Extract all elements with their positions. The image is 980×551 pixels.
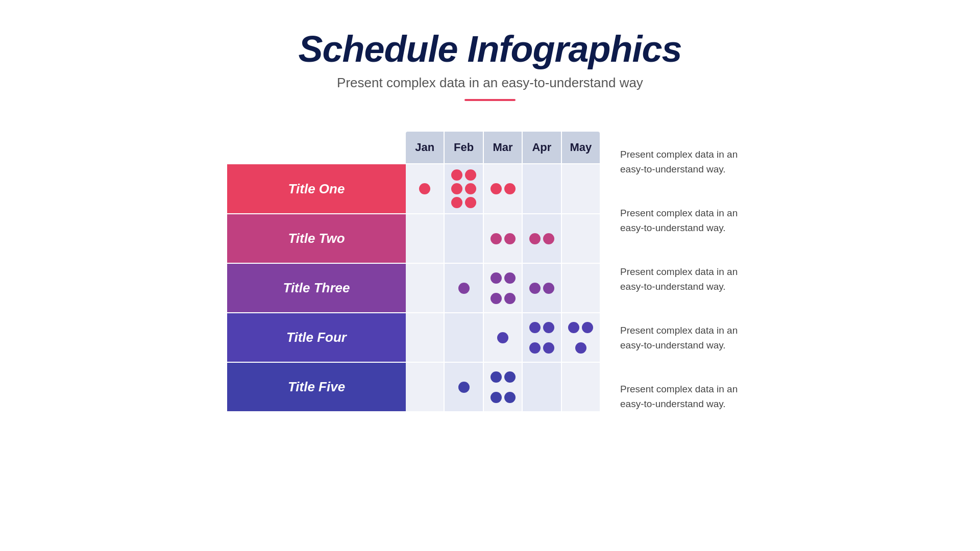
dot bbox=[451, 169, 462, 181]
cell-four-jan bbox=[406, 313, 445, 362]
dot bbox=[529, 322, 541, 333]
row-label-title-two: Title Two bbox=[227, 214, 406, 263]
page-header: Schedule Infographics Present complex da… bbox=[298, 28, 681, 101]
row-cells-title-three bbox=[406, 264, 600, 312]
dot bbox=[491, 371, 502, 383]
page-subtitle: Present complex data in an easy-to-under… bbox=[298, 75, 681, 91]
dot bbox=[491, 183, 502, 194]
dot bbox=[582, 322, 593, 333]
cell-two-mar bbox=[484, 214, 523, 263]
row-label-title-three: Title Three bbox=[227, 264, 406, 312]
dot bbox=[419, 183, 430, 194]
schedule-table: Jan Feb Mar Apr May Title One bbox=[227, 132, 600, 411]
cell-three-may bbox=[562, 264, 600, 312]
cell-three-jan bbox=[406, 264, 445, 312]
table-row: Title Five bbox=[227, 362, 600, 411]
dot bbox=[465, 169, 476, 181]
dot bbox=[543, 322, 554, 333]
month-feb: Feb bbox=[445, 132, 483, 163]
cell-five-feb bbox=[445, 363, 483, 411]
cell-one-mar bbox=[484, 164, 523, 213]
dot bbox=[465, 197, 476, 208]
cell-five-jan bbox=[406, 363, 445, 411]
descriptions-panel: Present complex data in an easy-to-under… bbox=[620, 132, 753, 425]
cell-five-apr bbox=[523, 363, 561, 411]
dot bbox=[491, 392, 502, 403]
month-apr: Apr bbox=[523, 132, 561, 163]
dot bbox=[504, 293, 516, 304]
desc-title-three: Present complex data in an easy-to-under… bbox=[620, 250, 753, 309]
page-title: Schedule Infographics bbox=[298, 28, 681, 70]
dot bbox=[529, 283, 541, 294]
cell-four-apr bbox=[523, 313, 561, 362]
dot bbox=[451, 197, 462, 208]
dot bbox=[458, 283, 470, 294]
desc-title-four: Present complex data in an easy-to-under… bbox=[620, 309, 753, 367]
content-area: Jan Feb Mar Apr May Title One bbox=[0, 132, 980, 425]
cell-one-feb bbox=[445, 164, 483, 213]
dot bbox=[465, 183, 476, 194]
cell-two-feb bbox=[445, 214, 483, 263]
dot bbox=[575, 342, 586, 354]
dot bbox=[543, 283, 554, 294]
dot bbox=[504, 183, 516, 194]
cell-one-apr bbox=[523, 164, 561, 213]
dot bbox=[451, 183, 462, 194]
cell-one-jan bbox=[406, 164, 445, 213]
table-row: Title One bbox=[227, 163, 600, 213]
cell-three-feb bbox=[445, 264, 483, 312]
cell-five-may bbox=[562, 363, 600, 411]
row-label-title-four: Title Four bbox=[227, 313, 406, 362]
month-header-row: Jan Feb Mar Apr May bbox=[227, 132, 600, 163]
desc-title-five: Present complex data in an easy-to-under… bbox=[620, 367, 753, 426]
row-cells-title-four bbox=[406, 313, 600, 362]
desc-title-two: Present complex data in an easy-to-under… bbox=[620, 191, 753, 250]
dot bbox=[504, 392, 516, 403]
cell-three-apr bbox=[523, 264, 561, 312]
row-cells-title-five bbox=[406, 363, 600, 411]
cell-two-may bbox=[562, 214, 600, 263]
cell-four-mar bbox=[484, 313, 523, 362]
month-jan: Jan bbox=[406, 132, 445, 163]
dot bbox=[458, 382, 470, 393]
row-cells-title-one bbox=[406, 164, 600, 213]
cell-four-may bbox=[562, 313, 600, 362]
cell-two-jan bbox=[406, 214, 445, 263]
month-headers: Jan Feb Mar Apr May bbox=[406, 132, 600, 163]
dot bbox=[529, 342, 541, 354]
cell-one-may bbox=[562, 164, 600, 213]
cell-two-apr bbox=[523, 214, 561, 263]
dot bbox=[543, 342, 554, 354]
dot bbox=[491, 272, 502, 284]
dot bbox=[497, 332, 508, 343]
dot bbox=[543, 233, 554, 244]
row-label-title-one: Title One bbox=[227, 164, 406, 213]
table-row: Title Two bbox=[227, 213, 600, 263]
cell-four-feb bbox=[445, 313, 483, 362]
dot bbox=[504, 233, 516, 244]
dot bbox=[504, 272, 516, 284]
label-col-header bbox=[227, 132, 406, 163]
table-row: Title Four bbox=[227, 312, 600, 362]
header-divider bbox=[464, 99, 516, 101]
dot bbox=[529, 233, 541, 244]
dot bbox=[491, 293, 502, 304]
dot bbox=[504, 371, 516, 383]
month-mar: Mar bbox=[484, 132, 523, 163]
dot bbox=[568, 322, 579, 333]
row-cells-title-two bbox=[406, 214, 600, 263]
dot bbox=[491, 233, 502, 244]
month-may: May bbox=[562, 132, 600, 163]
desc-title-one: Present complex data in an easy-to-under… bbox=[620, 133, 753, 191]
cell-three-mar bbox=[484, 264, 523, 312]
cell-five-mar bbox=[484, 363, 523, 411]
table-row: Title Three bbox=[227, 263, 600, 312]
row-label-title-five: Title Five bbox=[227, 363, 406, 411]
